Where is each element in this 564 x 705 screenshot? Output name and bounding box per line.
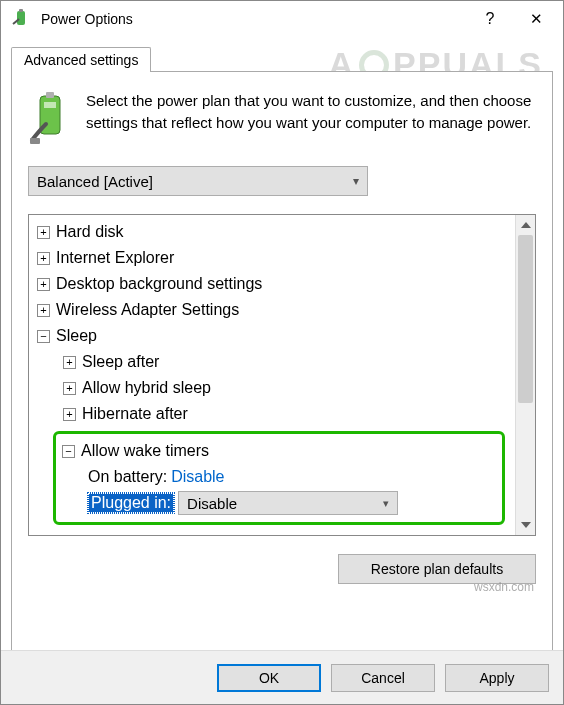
scrollbar-track[interactable] — [516, 235, 535, 515]
title-bar: Power Options ? ✕ — [1, 1, 563, 37]
tree-scrollbar[interactable] — [515, 215, 535, 535]
setting-label-selected: Plugged in: — [88, 493, 174, 513]
app-icon — [11, 9, 31, 29]
tree-item-label: Allow wake timers — [81, 442, 209, 460]
power-plan-select[interactable]: Balanced [Active] ▾ — [28, 166, 368, 196]
wake-plugged-in-value: Disable — [187, 495, 237, 512]
close-button[interactable]: ✕ — [513, 4, 559, 34]
setting-label: On battery: — [88, 468, 167, 486]
expand-icon[interactable]: + — [63, 408, 76, 421]
svg-rect-5 — [30, 138, 40, 144]
svg-rect-3 — [46, 92, 54, 98]
tree-item-label: Allow hybrid sleep — [82, 379, 211, 397]
tree-item-sleep-after[interactable]: + Sleep after — [63, 349, 513, 375]
wake-plugged-in-row[interactable]: Plugged in: Disable ▾ — [88, 490, 496, 516]
window-title: Power Options — [41, 11, 467, 27]
svg-rect-0 — [17, 11, 25, 25]
wake-on-battery-row[interactable]: On battery: Disable — [88, 464, 496, 490]
collapse-icon[interactable]: − — [62, 445, 75, 458]
expand-icon[interactable]: + — [37, 226, 50, 239]
battery-plan-icon — [28, 90, 72, 146]
cancel-button[interactable]: Cancel — [331, 664, 435, 692]
wake-on-battery-value[interactable]: Disable — [171, 468, 224, 486]
tree-item-label: Wireless Adapter Settings — [56, 301, 239, 319]
dialog-button-row: OK Cancel Apply — [1, 650, 563, 704]
ok-label: OK — [259, 670, 279, 686]
scrollbar-thumb[interactable] — [518, 235, 533, 403]
tree-item-wireless-adapter[interactable]: + Wireless Adapter Settings — [37, 297, 513, 323]
tree-item-hibernate-after[interactable]: + Hibernate after — [63, 401, 513, 427]
settings-tree-container: + Hard disk + Internet Explorer + Deskto… — [28, 214, 536, 536]
tab-advanced-settings[interactable]: Advanced settings — [11, 47, 151, 72]
scroll-down-button[interactable] — [516, 515, 535, 535]
apply-label: Apply — [479, 670, 514, 686]
collapse-icon[interactable]: − — [37, 330, 50, 343]
ok-button[interactable]: OK — [217, 664, 321, 692]
expand-icon[interactable]: + — [37, 278, 50, 291]
expand-icon[interactable]: + — [37, 304, 50, 317]
expand-icon[interactable]: + — [63, 356, 76, 369]
tab-panel: Select the power plan that you want to c… — [11, 71, 553, 653]
tree-item-allow-hybrid-sleep[interactable]: + Allow hybrid sleep — [63, 375, 513, 401]
chevron-down-icon: ▾ — [383, 497, 389, 510]
tree-item-sleep[interactable]: − Sleep — [37, 323, 513, 349]
tree-item-desktop-background[interactable]: + Desktop background settings — [37, 271, 513, 297]
help-button[interactable]: ? — [467, 4, 513, 34]
tree-item-hard-disk[interactable]: + Hard disk — [37, 219, 513, 245]
apply-button[interactable]: Apply — [445, 664, 549, 692]
intro-text: Select the power plan that you want to c… — [86, 90, 536, 146]
svg-rect-4 — [44, 102, 56, 108]
cancel-label: Cancel — [361, 670, 405, 686]
expand-icon[interactable]: + — [63, 382, 76, 395]
tree-item-label: Internet Explorer — [56, 249, 174, 267]
tree-item-label: Hard disk — [56, 223, 124, 241]
tab-label: Advanced settings — [24, 52, 138, 68]
intro-row: Select the power plan that you want to c… — [28, 90, 536, 146]
tree-item-label: Desktop background settings — [56, 275, 262, 293]
tree-item-internet-explorer[interactable]: + Internet Explorer — [37, 245, 513, 271]
expand-icon[interactable]: + — [37, 252, 50, 265]
tree-item-allow-wake-timers[interactable]: − Allow wake timers — [62, 438, 496, 464]
tree-item-label: Sleep — [56, 327, 97, 345]
chevron-down-icon: ▾ — [353, 174, 359, 188]
allow-wake-timers-highlight: − Allow wake timers On battery: Disable … — [53, 431, 505, 525]
power-plan-selected-label: Balanced [Active] — [37, 173, 153, 190]
tab-strip: Advanced settings — [11, 43, 553, 71]
tree-item-label: Hibernate after — [82, 405, 188, 423]
restore-plan-defaults-button[interactable]: Restore plan defaults — [338, 554, 536, 584]
svg-rect-1 — [19, 9, 23, 12]
wake-plugged-in-select[interactable]: Disable ▾ — [178, 491, 398, 515]
restore-label: Restore plan defaults — [371, 561, 503, 577]
tree-item-label: Sleep after — [82, 353, 159, 371]
settings-tree[interactable]: + Hard disk + Internet Explorer + Deskto… — [29, 215, 515, 535]
scroll-up-button[interactable] — [516, 215, 535, 235]
